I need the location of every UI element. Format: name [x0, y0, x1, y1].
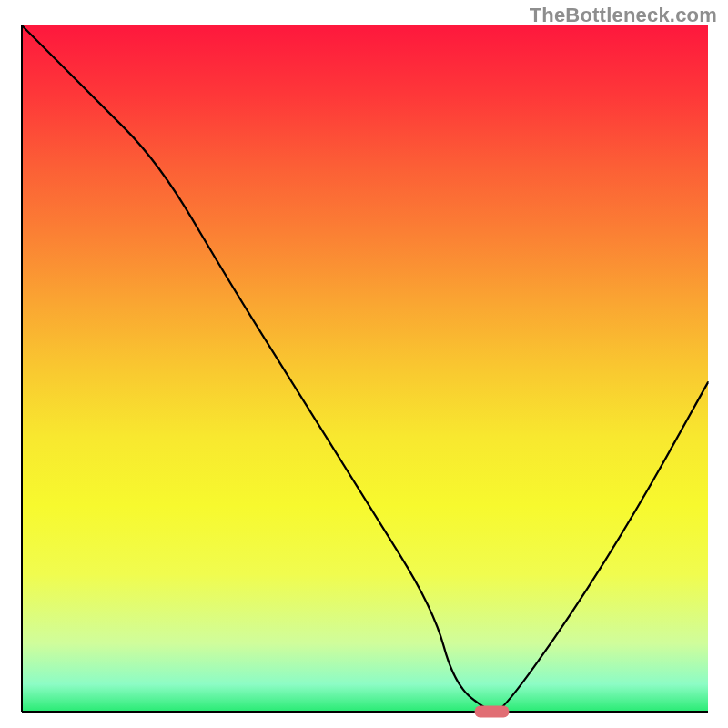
watermark-text: TheBottleneck.com — [530, 4, 717, 27]
bottleneck-chart — [0, 0, 728, 728]
optimal-marker — [475, 706, 510, 718]
chart-container: TheBottleneck.com — [0, 0, 728, 728]
